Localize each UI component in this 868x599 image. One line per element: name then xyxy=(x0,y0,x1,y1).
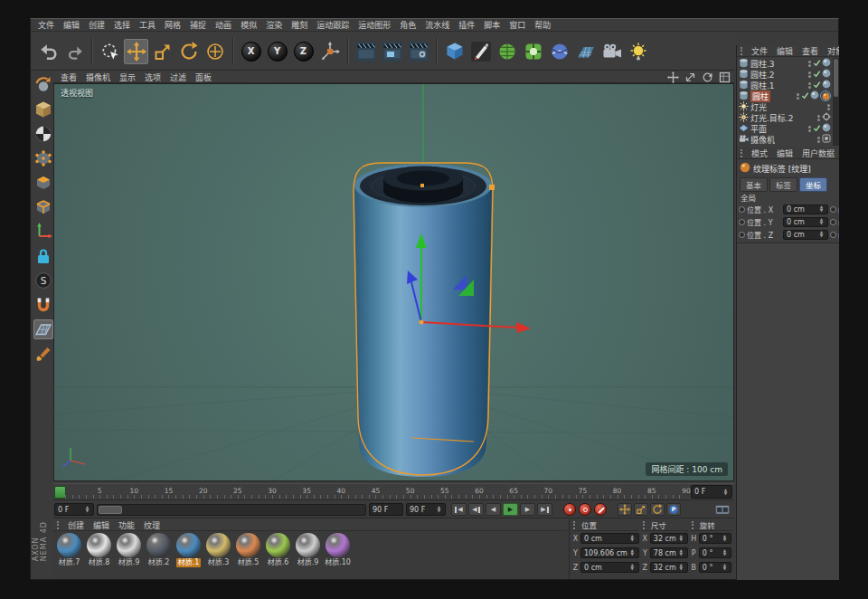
menubar-item[interactable]: 编辑 xyxy=(59,19,84,31)
stepper-icon[interactable] xyxy=(722,489,729,496)
panel-grip[interactable] xyxy=(573,521,577,529)
material-sphere[interactable] xyxy=(266,533,290,557)
attribute-tab-基本[interactable]: 基本 xyxy=(740,177,768,192)
material-tag-icon[interactable] xyxy=(822,123,831,134)
menubar-item[interactable]: 窗口 xyxy=(505,19,530,31)
material-sphere[interactable] xyxy=(117,533,141,557)
material-menu-item[interactable]: 编辑 xyxy=(89,519,114,531)
menubar-item[interactable]: 帮助 xyxy=(530,19,555,31)
object-list-scrollbar[interactable] xyxy=(833,58,839,146)
timeline-range-slider[interactable] xyxy=(97,504,366,516)
animate-toggle-icon[interactable] xyxy=(830,219,836,225)
material-item[interactable]: 材质.3 xyxy=(204,533,232,579)
stepper-icon[interactable] xyxy=(818,218,825,225)
material-menu-item[interactable]: 功能 xyxy=(114,519,139,531)
material-menu-item[interactable]: 纹理 xyxy=(139,519,165,531)
render-picture-viewer-button[interactable] xyxy=(380,39,404,64)
render-settings-button[interactable] xyxy=(406,39,430,64)
object-row[interactable]: 圆柱 xyxy=(737,90,833,101)
material-item[interactable]: 材质.7 xyxy=(55,533,83,579)
record-options-button[interactable] xyxy=(594,503,607,516)
timeline-ruler[interactable]: 51015202530354045505560657075808590 xyxy=(53,483,734,500)
viewport-menu-item[interactable]: 显示 xyxy=(115,71,140,83)
material-tag-icon[interactable] xyxy=(810,90,819,101)
zoom-view-button[interactable] xyxy=(684,71,697,82)
stepper-icon[interactable] xyxy=(818,205,825,213)
lock-workplane-button[interactable] xyxy=(33,246,53,266)
add-environment-button[interactable] xyxy=(573,39,598,64)
material-item[interactable]: 材质.2 xyxy=(145,533,173,579)
stepper-icon[interactable] xyxy=(722,549,728,556)
material-item[interactable]: 材质.5 xyxy=(234,533,262,579)
target-tag-icon[interactable] xyxy=(822,112,831,123)
object-manager-menu-item[interactable]: 文件 xyxy=(747,45,772,57)
add-subdivision-surface-button[interactable] xyxy=(495,39,519,64)
coordinate-field[interactable]: 0 ° xyxy=(699,533,731,544)
material-tag-icon[interactable] xyxy=(822,58,831,69)
attribute-value-field[interactable]: 0 cm xyxy=(783,204,828,214)
lock-z-axis-button[interactable]: Z xyxy=(291,39,316,64)
coordinate-field[interactable]: 0 ° xyxy=(699,547,731,558)
material-item[interactable]: 材质.9 xyxy=(115,533,143,579)
object-manager-menu-item[interactable]: 对象 xyxy=(823,45,839,57)
material-item[interactable]: 材质.8 xyxy=(85,533,113,579)
coordinate-field[interactable]: 32 cm xyxy=(650,562,688,573)
coordinate-field[interactable]: 78 cm xyxy=(650,547,688,558)
point-mode-button[interactable] xyxy=(33,148,53,168)
animate-toggle-icon[interactable] xyxy=(739,206,745,213)
visibility-dots-icon[interactable] xyxy=(808,71,811,78)
material-item[interactable]: 材质.9 xyxy=(294,533,322,579)
autokey-toggle[interactable] xyxy=(579,503,591,516)
animate-toggle-icon[interactable] xyxy=(830,232,836,238)
axis-mode-button[interactable] xyxy=(33,222,53,242)
paint-tool-button[interactable] xyxy=(33,344,53,364)
snap-magnet-button[interactable] xyxy=(33,295,53,315)
coordinate-field[interactable]: 0 ° xyxy=(699,562,731,573)
attribute-value-field[interactable]: 0 cm xyxy=(783,217,828,227)
add-deformer-button[interactable] xyxy=(547,39,571,64)
stepper-icon[interactable] xyxy=(629,564,636,571)
material-sphere[interactable] xyxy=(236,533,260,557)
last-used-tool[interactable] xyxy=(203,39,227,64)
make-editable-button[interactable] xyxy=(33,75,53,95)
material-item[interactable]: 材质.1 xyxy=(175,533,203,579)
stepper-icon[interactable] xyxy=(722,535,728,542)
selection-handle-top[interactable] xyxy=(420,184,424,187)
material-tag-icon[interactable] xyxy=(822,69,831,80)
material-sphere[interactable] xyxy=(206,533,231,557)
scale-tool[interactable] xyxy=(150,39,175,64)
scrollbar-thumb[interactable] xyxy=(834,59,838,97)
menubar-item[interactable]: 工具 xyxy=(135,19,160,31)
menubar-item[interactable]: 文件 xyxy=(33,19,59,31)
range-end-field[interactable]: 90 F xyxy=(369,503,403,516)
object-manager-menu-item[interactable]: 编辑 xyxy=(772,45,797,57)
workplane-mode-button[interactable] xyxy=(33,319,53,339)
menubar-item[interactable]: 模拟 xyxy=(236,19,261,31)
texture-tag-selected-icon[interactable] xyxy=(820,90,831,101)
menubar-item[interactable]: 运动跟踪 xyxy=(312,19,354,31)
animate-toggle-icon[interactable] xyxy=(830,206,836,213)
lock-y-axis-button[interactable]: Y xyxy=(265,39,289,64)
attribute-tab-标签[interactable]: 标签 xyxy=(769,177,797,192)
previous-frame-button[interactable]: ◀ xyxy=(486,503,501,516)
stepper-icon[interactable] xyxy=(722,564,728,571)
edge-mode-button[interactable] xyxy=(33,197,53,217)
lock-x-axis-button[interactable]: X xyxy=(239,39,263,64)
render-view-button[interactable] xyxy=(354,39,378,64)
material-sphere[interactable] xyxy=(176,533,201,557)
coordinate-field[interactable]: 0 cm xyxy=(580,562,639,573)
live-selection-tool[interactable] xyxy=(98,39,122,64)
object-row[interactable]: 灯光 xyxy=(737,101,833,112)
menubar-item[interactable]: 角色 xyxy=(395,19,420,31)
animate-toggle-icon[interactable] xyxy=(739,232,745,238)
material-item[interactable]: 材质.10 xyxy=(324,533,352,579)
key-parameter-toggle[interactable]: P xyxy=(666,503,681,516)
menubar-item[interactable]: 流水线 xyxy=(420,19,454,31)
panel-grip[interactable] xyxy=(692,521,695,529)
range-slider-handle[interactable] xyxy=(99,506,122,514)
viewport-menu-item[interactable]: 选项 xyxy=(140,71,165,83)
selection-handle[interactable] xyxy=(489,185,495,190)
polygon-mode-button[interactable] xyxy=(33,173,53,193)
previous-key-button[interactable]: ◀ xyxy=(468,503,484,516)
key-scale-toggle[interactable] xyxy=(634,503,648,516)
